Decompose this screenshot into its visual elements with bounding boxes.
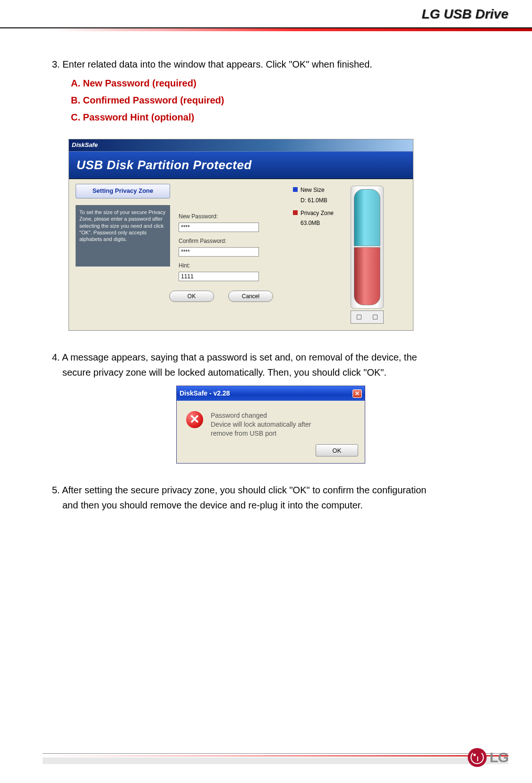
confirm-password-input[interactable] [179,247,259,257]
legend-privacy-value: 63.0MB [300,219,345,228]
confirm-message: Password changed Device will lock automa… [211,411,311,438]
page-title: LG USB Drive [421,7,508,22]
step-5: 5. After setting the secure privacy zone… [52,482,489,513]
new-password-label: New Password: [179,212,284,221]
disksafe-dialog: DiskSafe USB Disk Partition Protected Se… [69,139,489,331]
cancel-button[interactable]: Cancel [228,291,273,302]
step-3c: C. Password Hint (optional) [71,110,489,125]
step-3-substeps: A. New Password (required) B. Confirmed … [71,76,489,125]
close-icon[interactable]: ✕ [352,389,362,398]
confirm-msg-line2: Device will lock automatically after [211,420,311,429]
hint-input[interactable] [179,272,259,281]
legend-swatch-blue [293,187,298,192]
hint-label: Hint: [179,261,284,270]
footer-accent-bar [43,755,508,757]
privacy-zone-help-text: To set the size of your secure Privacy Z… [76,205,170,267]
ok-button[interactable]: OK [169,291,214,302]
page-content: 3. Enter related data into the window th… [0,28,532,513]
error-icon: ✕ [186,411,203,428]
disksafe-titlebar[interactable]: DiskSafe [69,139,413,151]
confirm-password-label: Confirm Password: [179,237,284,246]
legend-swatch-red [293,210,298,215]
step-3b: B. Confirmed Password (required) [71,93,489,108]
lg-logo-text: LG [489,749,508,766]
confirm-ok-button[interactable]: OK [316,444,358,456]
step-4: 4. A message appears, saying that a pass… [52,350,489,380]
legend-new-size-label: New Size [300,186,325,195]
tab-setting-privacy-zone[interactable]: Setting Privacy Zone [76,184,170,198]
page-header: LG USB Drive [0,0,532,28]
header-accent-bar [0,28,532,31]
new-password-input[interactable] [179,223,259,232]
confirm-msg-line3: remove from USB port [211,429,311,438]
legend-privacy-label: Privacy Zone [300,209,334,218]
step-4-line2: secure privacy zone will be locked autom… [62,365,489,380]
usb-gauge-public [354,189,380,246]
size-legend: New Size D: 61.0MB Privacy Zone 63.0MB [293,186,345,324]
confirm-dialog: DiskSafe - v2.28 ✕ ✕ Password changed De… [176,386,365,464]
step-5-line1: 5. After setting the secure privacy zone… [62,482,489,498]
step-3a: A. New Password (required) [71,76,489,91]
usb-plug-icon [351,310,384,324]
usb-gauge-privacy [354,247,380,305]
usb-gauge[interactable] [351,186,384,324]
confirm-title-text: DiskSafe - v2.28 [180,388,230,398]
page-footer: LG [43,753,508,764]
confirm-titlebar[interactable]: DiskSafe - v2.28 ✕ [177,386,365,400]
step-5-line2: and then you should remove the device an… [62,498,489,513]
lg-logo: LG [468,748,508,767]
lg-logo-icon [468,748,487,767]
confirm-msg-line1: Password changed [211,411,311,420]
legend-new-size-value: D: 61.0MB [300,196,345,205]
disksafe-banner: USB Disk Partition Protected [69,151,413,180]
step-4-line1: 4. A message appears, saying that a pass… [62,350,489,365]
step-3-text: 3. Enter related data into the window th… [52,57,489,72]
